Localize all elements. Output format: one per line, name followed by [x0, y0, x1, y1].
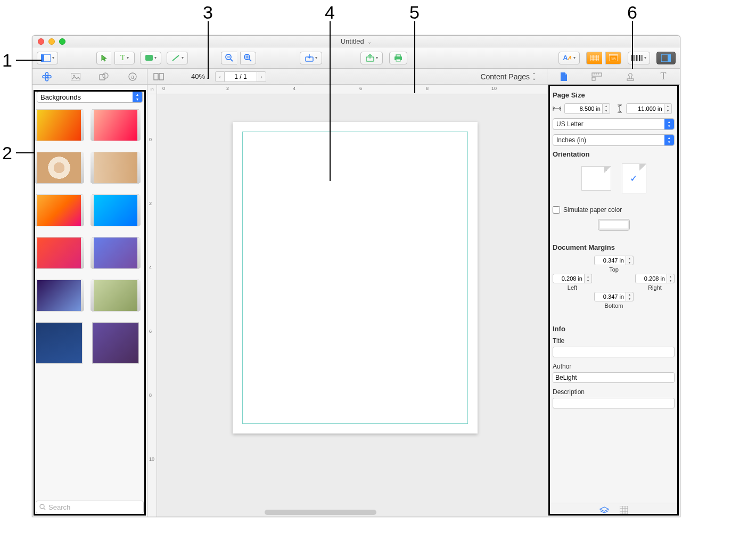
share-button[interactable]: ▾	[360, 52, 383, 64]
next-page-button[interactable]: ›	[257, 71, 266, 82]
app-window: Untitled ⌄ ▾ T ▾ ▾ ▾	[32, 35, 680, 517]
toggle-inspector-button[interactable]	[656, 52, 676, 64]
arrange-tab[interactable]	[624, 71, 636, 83]
line-tool-button[interactable]: ▾	[167, 52, 188, 64]
search-input[interactable]: Search	[36, 501, 144, 513]
background-thumb[interactable]	[92, 237, 139, 269]
page-preset-select[interactable]: US Letter ▴▾	[553, 118, 675, 130]
ruler-tick: 4	[149, 265, 152, 270]
svg-point-41	[103, 73, 108, 78]
background-thumb[interactable]	[36, 194, 83, 226]
content-pages-dropdown[interactable]: Content Pages ⌃⌄	[480, 72, 536, 81]
flower-icon	[42, 72, 52, 81]
title-input[interactable]	[553, 347, 675, 357]
margin-left-input[interactable]	[553, 274, 585, 283]
zoom-out-button[interactable]	[221, 52, 237, 64]
minimize-window-button[interactable]	[48, 38, 55, 45]
svg-rect-44	[154, 73, 158, 80]
text-format-tab[interactable]: T	[658, 71, 669, 83]
stepper[interactable]: ▴▾	[603, 103, 610, 114]
canvas-area[interactable]: in 0 2 4 6 8 10 0 2 4 6 8 10	[147, 85, 547, 517]
margin-left-label: Left	[568, 284, 577, 291]
shape-tool-button[interactable]: ▾	[140, 52, 161, 64]
page-width-field[interactable]: ▴▾	[564, 103, 613, 114]
inspector-tabs: T	[547, 69, 680, 84]
background-thumb[interactable]	[92, 152, 139, 184]
letter-a-icon: a	[128, 72, 137, 81]
text-tool-button[interactable]: T ▾	[114, 52, 135, 64]
share-icon	[366, 54, 374, 62]
stepper[interactable]: ▴▾	[667, 274, 675, 283]
background-thumb[interactable]	[36, 237, 83, 269]
smart-shapes-tab[interactable]: a	[127, 71, 138, 83]
inspector-panel: Page Size ▴▾ ▴▾ US Letter ▴▾ Inches (in)…	[547, 85, 680, 517]
shapes-tab[interactable]	[98, 71, 110, 83]
close-window-button[interactable]	[38, 38, 44, 45]
margin-bottom-input[interactable]	[594, 292, 626, 301]
units-select[interactable]: Inches (in) ▴▾	[553, 134, 675, 146]
margin-top-input[interactable]	[594, 256, 626, 265]
background-thumb[interactable]	[92, 280, 139, 312]
source-tabs: a	[32, 69, 147, 84]
background-thumb[interactable]	[92, 194, 139, 226]
chevron-down-icon: ▾	[154, 55, 157, 60]
background-thumb[interactable]	[92, 322, 139, 364]
page-number-field[interactable]: 1 / 1	[225, 71, 257, 82]
background-thumb[interactable]	[92, 109, 139, 141]
ruler-tick: 6	[359, 86, 362, 91]
stepper[interactable]: ▴▾	[585, 274, 592, 283]
table-button[interactable]	[586, 52, 602, 64]
background-thumb[interactable]	[36, 280, 83, 312]
import-button[interactable]: ▾	[300, 52, 322, 64]
orientation-portrait-button[interactable]: ✓	[622, 163, 646, 193]
clipart-tab[interactable]	[41, 71, 53, 83]
zoom-window-button[interactable]	[59, 38, 65, 45]
ruler-tab[interactable]	[591, 71, 603, 83]
svg-line-2	[172, 55, 179, 61]
orientation-landscape-button[interactable]	[581, 166, 611, 191]
description-input[interactable]	[553, 398, 675, 408]
document-tab[interactable]	[558, 71, 570, 83]
calendar-icon: 15	[609, 54, 618, 61]
photos-tab[interactable]	[70, 71, 81, 83]
document-page[interactable]	[233, 122, 478, 434]
simulate-paper-checkbox[interactable]	[553, 206, 560, 214]
page-height-input[interactable]	[626, 103, 664, 114]
titlebar: Untitled ⌄	[32, 36, 680, 47]
document-title[interactable]: Untitled ⌄	[341, 37, 372, 45]
stepper[interactable]: ▴▾	[626, 292, 634, 301]
layers-button[interactable]	[599, 506, 609, 514]
ruler-tick: 0	[149, 137, 152, 142]
prev-page-button[interactable]: ‹	[215, 71, 225, 82]
print-button[interactable]	[389, 52, 407, 64]
barcode-button[interactable]: ▾	[628, 52, 650, 64]
page-icon	[560, 72, 568, 81]
background-thumb[interactable]	[36, 152, 83, 184]
source-category-select[interactable]: Backgrounds ▴▾	[37, 91, 143, 103]
pages-view-button[interactable]	[153, 71, 165, 83]
toggle-source-panel-button[interactable]: ▾	[37, 52, 58, 64]
callout-line	[16, 152, 35, 153]
horizontal-scrollbar[interactable]	[265, 510, 376, 515]
page-height-field[interactable]: ▴▾	[626, 103, 675, 114]
stepper[interactable]: ▴▾	[664, 103, 672, 114]
background-thumb[interactable]	[36, 322, 83, 364]
import-icon	[305, 54, 314, 62]
stepper[interactable]: ▴▾	[626, 256, 634, 265]
zoom-in-button[interactable]	[240, 52, 256, 64]
selection-tool-button[interactable]	[96, 52, 111, 64]
page-width-input[interactable]	[564, 103, 603, 114]
background-thumb[interactable]	[36, 109, 83, 141]
vertical-ruler: 0 2 4 6 8 10	[147, 94, 157, 517]
margin-right-input[interactable]	[635, 274, 667, 283]
search-icon	[39, 504, 46, 510]
svg-point-39	[73, 75, 75, 76]
zoom-dropdown[interactable]: 40%⌄	[191, 72, 210, 80]
paper-color-well[interactable]	[598, 219, 630, 231]
font-format-button[interactable]: AA ▾	[558, 52, 580, 64]
grid-button[interactable]	[620, 506, 628, 514]
calendar-button[interactable]: 15	[605, 52, 621, 64]
svg-point-35	[45, 78, 48, 81]
author-input[interactable]	[553, 372, 675, 383]
sub-toolbar: a 40%⌄ ‹ 1 / 1 › Content Pages ⌃⌄	[32, 69, 680, 85]
